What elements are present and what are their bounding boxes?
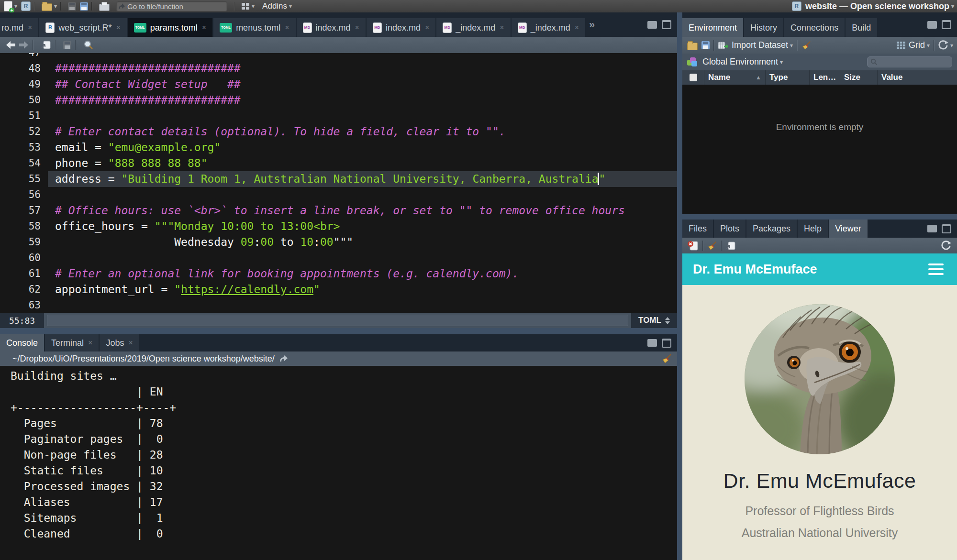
grid-view-button[interactable]: Grid ▾ (897, 40, 930, 51)
console-output[interactable]: Building sites … | EN+------------------… (0, 366, 677, 560)
refresh-environment-button[interactable]: ▾ (938, 40, 953, 51)
minimize-icon[interactable] (647, 21, 657, 29)
tab-label: Files (689, 224, 707, 233)
maximize-icon[interactable] (942, 224, 951, 233)
project-switcher[interactable]: R website — Open science workshop ▾ (792, 1, 954, 11)
tab-label: Terminal (51, 339, 84, 347)
save-all-button[interactable] (80, 1, 88, 11)
maximize-icon[interactable] (662, 20, 671, 29)
minimize-icon[interactable] (927, 21, 937, 29)
stop-viewer-button[interactable] (687, 241, 699, 251)
panes-layout-button[interactable]: ▾ (242, 1, 255, 11)
goto-file-function-box[interactable] (116, 1, 227, 11)
site-navbar-title[interactable]: Dr. Emu McEmuface (693, 262, 817, 277)
column-header-size[interactable]: Size (840, 70, 878, 85)
popout-button[interactable] (41, 40, 51, 50)
close-icon[interactable]: × (88, 339, 92, 347)
line-number: 49 (0, 77, 48, 92)
tab-label: Connections (790, 23, 838, 32)
minimize-icon[interactable] (647, 339, 657, 347)
clear-console-broom-icon[interactable] (661, 353, 672, 364)
maximize-icon[interactable] (942, 20, 951, 29)
code-editor[interactable]: 4748############################49## Con… (0, 53, 677, 313)
tab-console[interactable]: Console (0, 334, 44, 351)
environment-empty-message: Environment is empty (776, 122, 864, 132)
goto-directory-icon[interactable] (278, 354, 289, 363)
close-icon[interactable]: × (500, 23, 504, 32)
tab-jobs[interactable]: Jobs× (100, 334, 139, 351)
import-dataset-button[interactable]: Import Dataset ▾ (718, 40, 793, 51)
tab-index-md[interactable]: MD_index.md× (512, 18, 585, 37)
code-line: 60 (0, 250, 677, 266)
forward-button[interactable] (18, 40, 29, 50)
md-file-icon: MD (518, 22, 527, 33)
tab-menus-toml[interactable]: TOMLmenus.toml× (213, 18, 295, 37)
right-pane-splitter[interactable] (682, 214, 957, 220)
tab-packages[interactable]: Packages (746, 220, 797, 238)
tab-viewer[interactable]: Viewer (829, 220, 868, 238)
tab-web-script-r[interactable]: Rweb_script.R*× (39, 18, 126, 37)
code-text: phone = "888 888 88 88" (48, 155, 677, 171)
close-icon[interactable]: × (285, 23, 289, 32)
clear-environment-button[interactable] (801, 40, 812, 51)
spellcheck-button[interactable] (83, 40, 94, 50)
print-button[interactable] (99, 1, 110, 11)
viewer-popout-button[interactable] (725, 241, 736, 251)
close-icon[interactable]: × (202, 23, 206, 32)
save-file-button[interactable] (63, 40, 71, 50)
working-directory-path[interactable]: ~/Dropbox/UiO/Presentations/2019/Open sc… (12, 354, 275, 364)
new-file-icon: + (4, 1, 12, 11)
close-icon[interactable]: × (128, 339, 133, 347)
goto-file-function-input[interactable] (126, 2, 214, 11)
line-number: 63 (0, 297, 48, 313)
clear-viewer-button[interactable] (707, 241, 717, 251)
close-icon[interactable]: × (355, 23, 359, 32)
save-button[interactable] (68, 1, 76, 11)
cursor-position[interactable]: 55:83 (0, 313, 44, 328)
tab-params-toml[interactable]: TOMLparams.toml× (128, 18, 212, 37)
file-type-selector[interactable]: TOML (631, 313, 677, 328)
tab-files[interactable]: Files (682, 220, 713, 238)
maximize-icon[interactable] (662, 339, 671, 348)
scope-selector[interactable]: Global Environment (702, 57, 778, 67)
more-tabs-icon[interactable]: » (589, 19, 595, 31)
minimize-icon[interactable] (927, 225, 937, 232)
updown-icon (665, 317, 670, 324)
environment-search-input[interactable] (878, 58, 946, 66)
column-header-value[interactable]: Value (878, 70, 957, 85)
tab-plots[interactable]: Plots (714, 220, 746, 238)
tab-label: History (750, 23, 777, 32)
tab-ro-md[interactable]: MDro.md× (0, 18, 38, 37)
close-icon[interactable]: × (28, 23, 32, 32)
environment-search-box[interactable] (867, 56, 952, 67)
close-icon[interactable]: × (575, 23, 579, 32)
close-icon[interactable]: × (116, 23, 120, 32)
back-button[interactable] (6, 40, 16, 50)
tab-connections[interactable]: Connections (784, 18, 845, 37)
tab-index-md[interactable]: MDindex.md× (297, 18, 366, 37)
sort-ascending-icon[interactable]: ▲ (756, 74, 761, 81)
new-project-button[interactable]: R (21, 1, 31, 11)
column-header-len[interactable]: Len… (810, 70, 840, 85)
tab-index-md[interactable]: MDindex.md× (367, 18, 435, 37)
close-icon[interactable]: × (425, 23, 429, 32)
tab-help[interactable]: Help (798, 220, 828, 238)
horizontal-pane-splitter[interactable] (0, 328, 677, 334)
save-workspace-button[interactable] (701, 40, 710, 51)
column-header-type[interactable]: Type (766, 70, 810, 85)
select-all-checkbox[interactable] (682, 70, 704, 85)
open-file-button[interactable]: ▾ (42, 1, 57, 11)
viewer-webpage: Dr. Emu McEmuface (682, 253, 957, 560)
new-file-button[interactable]: + ▾ (4, 1, 17, 11)
column-header-name[interactable]: Name▲ (704, 70, 766, 85)
tab-terminal[interactable]: Terminal× (45, 334, 99, 351)
tab-environment[interactable]: Environment (682, 18, 743, 37)
hamburger-menu-icon[interactable] (928, 264, 944, 275)
addins-button[interactable]: Addins ▾ (262, 1, 292, 11)
tab-index-md[interactable]: MD_index.md× (436, 18, 510, 37)
refresh-viewer-button[interactable] (941, 241, 951, 251)
load-workspace-button[interactable] (687, 40, 698, 51)
vertical-pane-splitter[interactable] (677, 12, 682, 560)
tab-build[interactable]: Build (846, 18, 877, 37)
tab-history[interactable]: History (744, 18, 783, 37)
